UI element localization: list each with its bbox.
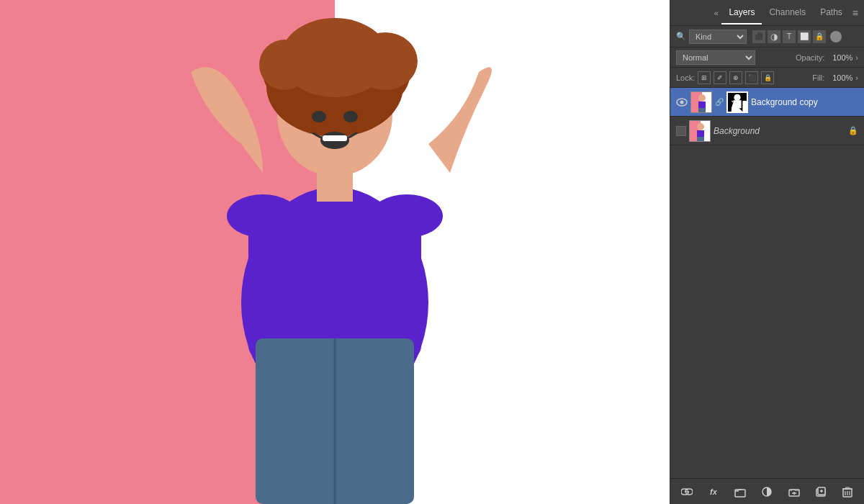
new-group-button[interactable]	[732, 484, 748, 500]
layer-style-button[interactable]: fx	[706, 484, 721, 500]
layer-lock-icon-background: 🔒	[848, 126, 858, 135]
svg-rect-17	[323, 135, 347, 141]
filter-search-icon: 🔍	[676, 32, 686, 41]
panel-tabs-bar: « Layers Channels Paths ≡	[670, 0, 864, 26]
opacity-arrow[interactable]: ›	[855, 53, 858, 62]
opacity-value[interactable]: 100%	[827, 53, 852, 62]
filter-kind-dropdown[interactable]: Kind Name Effect Mode	[689, 30, 747, 44]
delete-layer-button[interactable]	[840, 484, 855, 500]
lock-position-button[interactable]: ⊕	[729, 71, 742, 84]
layer-item-background[interactable]: Background 🔒	[670, 117, 864, 145]
layer-visibility-checkbox-background[interactable]	[676, 126, 686, 136]
svg-point-19	[680, 100, 684, 104]
filter-smartobject-button[interactable]: 🔒	[813, 30, 826, 43]
locks-row: Lock: ⊞ ✐ ⊕ ⬛ 🔒 Fill: 100% ›	[670, 68, 864, 88]
fill-label: Fill:	[812, 73, 824, 82]
filter-row: 🔍 Kind Name Effect Mode ⬛ ◑ T ⬜ 🔒	[670, 26, 864, 48]
svg-point-30	[697, 123, 704, 130]
lock-artboard-button[interactable]: ⬛	[745, 71, 758, 84]
svg-point-26	[734, 94, 740, 100]
opacity-label: Opacity:	[796, 53, 824, 62]
svg-point-15	[343, 111, 358, 122]
link-layers-button[interactable]	[679, 484, 695, 500]
layer-visibility-eye-background-copy[interactable]	[676, 96, 688, 108]
layer-mask-background-copy	[726, 91, 748, 113]
layer-thumb-background	[689, 120, 711, 142]
svg-rect-32	[697, 137, 704, 142]
lock-transparent-button[interactable]: ⊞	[698, 71, 711, 84]
tab-paths[interactable]: Paths	[813, 1, 850, 24]
filter-adjustment-button[interactable]: ◑	[768, 30, 780, 43]
filter-icons-group: ⬛ ◑ T ⬜ 🔒	[752, 30, 826, 43]
locks-label: Lock:	[676, 73, 695, 82]
blend-mode-row: Normal Dissolve Multiply Screen Overlay …	[670, 48, 864, 68]
canvas-image	[119, 0, 551, 504]
new-layer-button[interactable]	[813, 484, 829, 500]
tab-channels[interactable]: Channels	[762, 1, 813, 24]
lock-all-button[interactable]: 🔒	[761, 71, 774, 84]
filter-type-button[interactable]: T	[783, 30, 796, 43]
layers-list: 🔗 Background copy	[670, 88, 864, 478]
layer-item-background-copy[interactable]: 🔗 Background copy	[670, 88, 864, 117]
svg-point-14	[312, 111, 326, 122]
layer-thumb-background-copy	[690, 91, 712, 113]
panel-collapse-button[interactable]: «	[714, 9, 719, 17]
fill-arrow[interactable]: ›	[855, 73, 858, 82]
svg-point-22	[698, 94, 706, 102]
svg-point-7	[353, 32, 418, 90]
canvas-area	[0, 0, 670, 504]
layer-name-background-copy: Background copy	[751, 97, 858, 107]
filter-pixel-button[interactable]: ⬛	[752, 30, 765, 43]
tab-layers[interactable]: Layers	[721, 1, 762, 24]
filter-shape-button[interactable]: ⬜	[798, 30, 811, 43]
svg-rect-11	[248, 202, 421, 360]
layers-panel: « Layers Channels Paths ≡ 🔍 Kind Name Ef…	[670, 0, 864, 504]
layer-name-background: Background	[714, 126, 845, 136]
svg-rect-45	[845, 487, 850, 489]
lock-image-button[interactable]: ✐	[714, 71, 726, 84]
fx-label: fx	[710, 487, 717, 496]
new-layer-folder-button[interactable]	[786, 484, 802, 500]
layer-chain-icon-background-copy: 🔗	[715, 98, 724, 106]
panel-bottom-toolbar: fx	[670, 478, 864, 504]
blend-mode-dropdown[interactable]: Normal Dissolve Multiply Screen Overlay	[676, 50, 755, 65]
panel-menu-button[interactable]: ≡	[852, 7, 858, 19]
fill-value[interactable]: 100%	[827, 73, 852, 82]
svg-point-6	[259, 40, 310, 90]
new-adjustment-button[interactable]	[759, 484, 775, 500]
svg-rect-24	[698, 108, 706, 113]
filter-toggle-button[interactable]	[830, 31, 842, 42]
